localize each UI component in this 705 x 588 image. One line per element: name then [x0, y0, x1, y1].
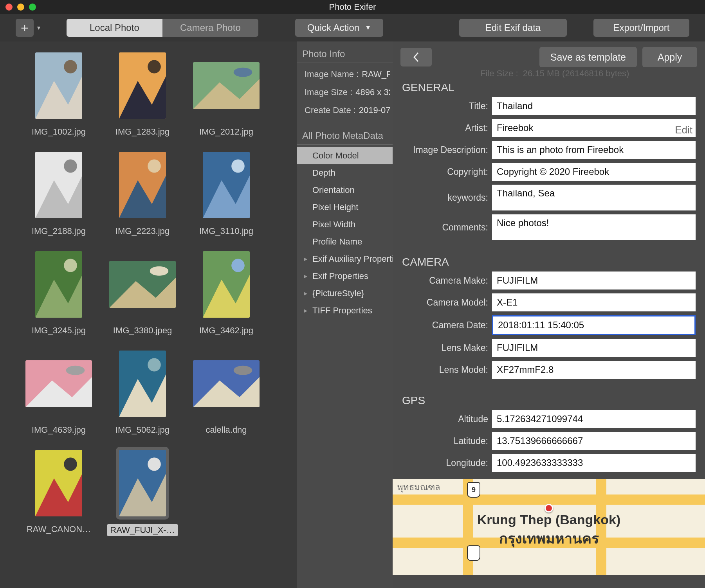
filename-label: IMG_1283.jpg	[115, 127, 169, 137]
general-image_description-input[interactable]	[492, 141, 696, 159]
metadata-item[interactable]: Exif Auxiliary Properties	[297, 250, 393, 268]
save-as-template-button[interactable]: Save as template	[539, 47, 637, 67]
filename-label: IMG_2223.jpg	[115, 226, 169, 236]
svg-point-32	[148, 358, 161, 371]
app-title: Photo Exifer	[0, 2, 705, 12]
gps-map[interactable]: พุทธมณฑล 9 Krung Thep (Bangkok) กรุงเทพม…	[393, 479, 705, 575]
thumbnail	[119, 152, 166, 218]
gps-latitude-input[interactable]	[492, 432, 696, 450]
gallery-item[interactable]: RAW_FUJI_X-…	[103, 447, 182, 536]
camera-lens_make-label: Lens Make:	[402, 343, 492, 353]
metadata-item[interactable]: Pixel Width	[297, 216, 393, 233]
thumbnail	[25, 360, 92, 407]
metadata-item[interactable]: {PictureStyle}	[297, 285, 393, 302]
filename-label: IMG_2012.jpg	[199, 127, 253, 137]
gallery-item[interactable]: IMG_4639.jpg	[20, 347, 98, 435]
filename-label: IMG_3380.jpeg	[113, 325, 172, 336]
map-city-th: กรุงเทพมหานคร	[477, 527, 620, 550]
thumbnail	[119, 450, 166, 516]
photo-source-segment: Local Photo Camera Photo	[67, 19, 258, 37]
window-controls	[5, 4, 36, 11]
camera-model-input[interactable]	[492, 293, 696, 311]
gallery-item[interactable]: IMG_3462.jpg	[187, 248, 265, 336]
svg-point-11	[64, 159, 77, 173]
exif-editor-panel: File Size : 26.15 MB (26146816 bytes) Ed…	[393, 41, 705, 588]
gallery-item[interactable]: IMG_3110.jpg	[187, 149, 265, 236]
metadata-item[interactable]: Profile Name	[297, 233, 393, 250]
camera-lens_model-label: Lens Model:	[402, 365, 492, 375]
general-keywords-input[interactable]	[492, 185, 696, 210]
general-comments-label: Comments:	[402, 222, 492, 233]
gallery-item[interactable]: IMG_3245.jpg	[20, 248, 98, 336]
general-image_description-label: Image Description:	[402, 145, 492, 155]
svg-point-2	[64, 60, 77, 73]
gps-longitude-input[interactable]	[492, 454, 696, 472]
quick-action-label: Quick Action	[307, 22, 359, 33]
general-artist-input[interactable]	[492, 119, 696, 137]
thumbnail	[35, 152, 82, 218]
general-comments-input[interactable]	[492, 214, 696, 240]
chevron-down-icon: ▼	[365, 24, 371, 31]
thumbnail	[193, 62, 260, 109]
edit-exif-button[interactable]: Edit Exif data	[459, 19, 567, 37]
svg-point-23	[150, 266, 169, 276]
back-button[interactable]	[400, 48, 432, 67]
photo-gallery: IMG_1002.jpg IMG_1283.jpg IMG_2012.jpg I…	[0, 41, 297, 588]
camera-make-input[interactable]	[492, 272, 696, 290]
gps-altitude-input[interactable]	[492, 410, 696, 428]
tab-local-photo[interactable]: Local Photo	[67, 19, 162, 37]
add-dropdown-caret[interactable]: ▼	[36, 25, 41, 31]
gallery-item[interactable]: IMG_5062.jpg	[103, 347, 182, 435]
metadata-panel: Photo Info Image Name :RAW_FUJI_X-E1.RAF…	[297, 41, 393, 588]
section-camera: CAMERA	[393, 244, 705, 272]
photo-info-header: Photo Info	[297, 41, 393, 63]
gallery-item[interactable]: IMG_2223.jpg	[103, 149, 182, 236]
apply-button[interactable]: Apply	[642, 47, 697, 67]
general-title-label: Title:	[402, 101, 492, 111]
quick-action-button[interactable]: Quick Action ▼	[295, 19, 383, 37]
metadata-item[interactable]: Pixel Height	[297, 199, 393, 216]
maximize-window-icon[interactable]	[29, 4, 36, 11]
filename-label: RAW_FUJI_X-…	[107, 524, 178, 536]
export-import-button[interactable]: Export/Import	[593, 19, 689, 37]
map-city-en: Krung Thep (Bangkok)	[477, 512, 620, 527]
minimize-window-icon[interactable]	[17, 4, 24, 11]
svg-point-14	[148, 159, 161, 173]
close-window-icon[interactable]	[5, 4, 13, 11]
add-button[interactable]: +	[16, 19, 34, 37]
camera-lens_model-input[interactable]	[492, 361, 696, 379]
metadata-item[interactable]: TIFF Properties	[297, 302, 393, 319]
gps-latitude-label: Latitude:	[402, 436, 492, 446]
filename-label: IMG_3462.jpg	[199, 325, 253, 336]
gallery-item[interactable]: IMG_2012.jpg	[187, 49, 265, 137]
gallery-item[interactable]: IMG_1002.jpg	[20, 49, 98, 137]
gallery-item[interactable]: IMG_2188.jpg	[20, 149, 98, 236]
gallery-item[interactable]: calella.dng	[187, 347, 265, 435]
tab-camera-photo[interactable]: Camera Photo	[162, 19, 258, 37]
metadata-item[interactable]: Color Model	[297, 147, 393, 164]
image-name-value: RAW_FUJI_X-E1.RAF	[362, 69, 390, 79]
gallery-item[interactable]: IMG_1283.jpg	[103, 49, 182, 137]
svg-point-41	[148, 457, 161, 471]
image-size-value: 4896 x 3264	[355, 87, 390, 97]
svg-point-8	[234, 68, 252, 77]
gallery-item[interactable]: IMG_3380.jpeg	[103, 248, 182, 336]
all-metadata-header: All Photo MetaData	[297, 123, 393, 144]
camera-model-label: Camera Model:	[402, 297, 492, 308]
metadata-item[interactable]: Orientation	[297, 182, 393, 199]
thumbnail	[35, 450, 82, 516]
camera-date-input[interactable]	[492, 315, 696, 335]
map-label-th: พุทธมณฑล	[397, 480, 440, 494]
thumbnail	[119, 52, 166, 119]
filename-label: calella.dng	[206, 425, 247, 435]
map-pin-icon	[545, 504, 553, 512]
camera-make-label: Camera Make:	[402, 275, 492, 286]
general-title-input[interactable]	[492, 97, 696, 115]
general-copyright-input[interactable]	[492, 163, 696, 181]
metadata-item[interactable]: Exif Properties	[297, 268, 393, 285]
route-shield: 9	[467, 482, 480, 498]
camera-lens_make-input[interactable]	[492, 339, 696, 357]
svg-point-38	[64, 457, 77, 471]
gallery-item[interactable]: RAW_CANON…	[20, 447, 98, 536]
metadata-item[interactable]: Depth	[297, 164, 393, 182]
